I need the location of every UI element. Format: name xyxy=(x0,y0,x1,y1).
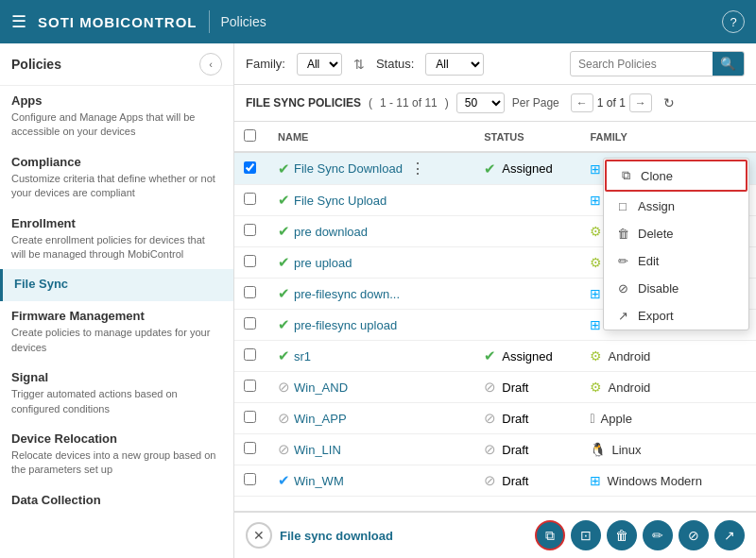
bottom-close-button[interactable]: ✕ xyxy=(246,522,272,549)
row-6-checkbox[interactable] xyxy=(244,317,256,330)
header-divider xyxy=(209,10,210,33)
row-6-status-icon: ✔ xyxy=(278,316,290,333)
context-menu-delete[interactable]: 🗑 Delete xyxy=(604,220,748,247)
context-menu-edit[interactable]: ✏ Edit xyxy=(604,247,748,275)
row-8-status-text: Draft xyxy=(502,380,528,395)
export-icon: ↗ xyxy=(615,309,630,323)
row-2-family-icon: ⊞ xyxy=(590,193,601,208)
context-menu-assign[interactable]: □ Assign xyxy=(604,193,748,220)
row-7-name[interactable]: sr1 xyxy=(294,349,311,364)
row-1-name[interactable]: File Sync Download xyxy=(294,161,403,176)
sidebar-item-relocation[interactable]: Device Relocation Relocate devices into … xyxy=(0,424,233,485)
bottom-selected-name: File sync download xyxy=(280,529,527,543)
status-label: Status: xyxy=(376,57,414,71)
row-11-status-cell: ⊘ Draft xyxy=(474,465,580,497)
row-5-checkbox[interactable] xyxy=(244,286,256,298)
table-row: ⊘ Win_AND ⊘ Draft ⚙ xyxy=(234,372,756,403)
family-select[interactable]: All xyxy=(297,53,342,76)
row-7-status-text: Assigned xyxy=(502,349,552,364)
table-title: FILE SYNC POLICIES xyxy=(246,96,361,110)
col-name: NAME xyxy=(268,122,474,152)
search-input[interactable] xyxy=(571,54,713,75)
bottom-disable-button[interactable]: ⊘ xyxy=(679,520,709,550)
bottom-delete-button[interactable]: 🗑 xyxy=(607,520,637,550)
row-3-status-cell xyxy=(474,216,580,247)
row-11-checkbox[interactable] xyxy=(244,473,256,485)
col-family: FAMILY xyxy=(580,122,756,152)
row-1-status-cell: ✔ Assigned xyxy=(474,152,580,185)
sidebar-title: Policies xyxy=(11,57,61,72)
row-2-checkbox[interactable] xyxy=(244,193,256,205)
context-menu-export[interactable]: ↗ Export xyxy=(604,302,748,330)
row-4-family-icon: ⚙ xyxy=(590,255,602,270)
row-1-context-menu-trigger[interactable]: ⋮ xyxy=(406,160,429,178)
row-1-checkbox[interactable] xyxy=(244,161,256,174)
row-7-assigned-icon: ✔ xyxy=(484,347,496,364)
menu-icon[interactable]: ☰ xyxy=(11,11,26,32)
row-10-checkbox[interactable] xyxy=(244,442,256,454)
row-10-family-text: Linux xyxy=(611,443,641,457)
row-10-name[interactable]: Win_LIN xyxy=(294,443,341,457)
bottom-bar: ✕ File sync download ⧉ ⊡ 🗑 ✏ ⊘ ↗ xyxy=(234,511,756,558)
bottom-edit-button[interactable]: ✏ xyxy=(643,520,673,550)
sidebar-item-apps[interactable]: Apps Configure and Manage Apps that will… xyxy=(0,86,233,147)
row-checkbox-cell xyxy=(234,152,268,185)
row-8-status-icon: ⊘ xyxy=(278,379,290,396)
search-button[interactable]: 🔍 xyxy=(713,52,744,76)
row-11-name[interactable]: Win_WM xyxy=(294,474,344,488)
per-page-select[interactable]: 50 25 100 xyxy=(456,93,505,113)
sidebar-item-enrollment[interactable]: Enrollment Create enrollment policies fo… xyxy=(0,209,233,270)
context-menu-export-label: Export xyxy=(638,309,674,323)
row-11-status-icon: ✔ xyxy=(278,472,290,489)
context-menu-clone[interactable]: ⧉ Clone xyxy=(605,160,747,192)
table-row: ✔ sr1 ✔ Assigned ⚙ xyxy=(234,341,756,372)
sidebar-item-compliance[interactable]: Compliance Customize criteria that defin… xyxy=(0,147,233,209)
sidebar-item-firmware[interactable]: Firmware Management Create policies to m… xyxy=(0,301,233,363)
sidebar-collapse-button[interactable]: ‹ xyxy=(199,53,222,76)
main-content: Family: All ⇅ Status: All 🔍 FILE SYNC PO… xyxy=(234,43,756,558)
filter-icon[interactable]: ⇅ xyxy=(353,57,365,72)
row-4-checkbox[interactable] xyxy=(244,255,256,267)
sidebar-header: Policies ‹ xyxy=(0,43,233,86)
row-5-name[interactable]: pre-filesync down... xyxy=(294,287,400,301)
row-2-status-cell xyxy=(474,185,580,216)
row-2-status-icon: ✔ xyxy=(278,192,290,209)
row-11-family-text: Windows Modern xyxy=(607,474,701,488)
refresh-button[interactable]: ↻ xyxy=(663,95,675,110)
row-11-family-icon: ⊞ xyxy=(590,473,601,488)
row-3-checkbox[interactable] xyxy=(244,224,256,236)
row-2-name[interactable]: File Sync Upload xyxy=(294,194,387,208)
row-8-name[interactable]: Win_AND xyxy=(294,380,348,395)
sidebar-item-datacollection-name: Data Collection xyxy=(11,493,222,507)
help-button[interactable]: ? xyxy=(722,10,745,33)
select-all-checkbox[interactable] xyxy=(244,129,256,142)
row-6-name[interactable]: pre-filesync upload xyxy=(294,318,397,332)
table-range-close: ) xyxy=(445,96,449,110)
sidebar-item-datacollection[interactable]: Data Collection xyxy=(0,485,233,517)
row-3-name[interactable]: pre download xyxy=(294,225,368,239)
row-9-checkbox[interactable] xyxy=(244,411,256,423)
bottom-clone-button[interactable]: ⧉ xyxy=(535,520,565,550)
bottom-export-button[interactable]: ↗ xyxy=(714,520,745,550)
sidebar-item-firmware-name: Firmware Management xyxy=(11,309,222,323)
row-7-checkbox[interactable] xyxy=(244,348,256,361)
row-4-name[interactable]: pre upload xyxy=(294,256,352,270)
sidebar-item-apps-desc: Configure and Manage Apps that will be a… xyxy=(11,110,222,140)
page-prev-button[interactable]: ← xyxy=(571,93,593,112)
row-8-checkbox[interactable] xyxy=(244,380,256,392)
disable-icon: ⊘ xyxy=(615,281,630,296)
row-7-status-icon: ✔ xyxy=(278,347,290,364)
context-menu-delete-label: Delete xyxy=(638,227,674,241)
bottom-copy-button[interactable]: ⊡ xyxy=(571,520,601,550)
row-9-name[interactable]: Win_APP xyxy=(294,412,347,426)
row-6-status-cell xyxy=(474,310,580,341)
sidebar-item-filesync[interactable]: File Sync xyxy=(0,269,233,301)
sidebar-item-signal[interactable]: Signal Trigger automated actions based o… xyxy=(0,363,233,424)
context-menu-disable[interactable]: ⊘ Disable xyxy=(604,275,748,302)
row-5-status-cell xyxy=(474,279,580,310)
status-select[interactable]: All xyxy=(425,53,484,76)
row-1-name-cell: ✔ File Sync Download ⋮ xyxy=(268,152,474,185)
table-header-bar: FILE SYNC POLICIES ( 1 - 11 of 11 ) 50 2… xyxy=(234,85,756,122)
page-next-button[interactable]: → xyxy=(629,93,652,112)
context-menu-clone-label: Clone xyxy=(641,169,673,183)
